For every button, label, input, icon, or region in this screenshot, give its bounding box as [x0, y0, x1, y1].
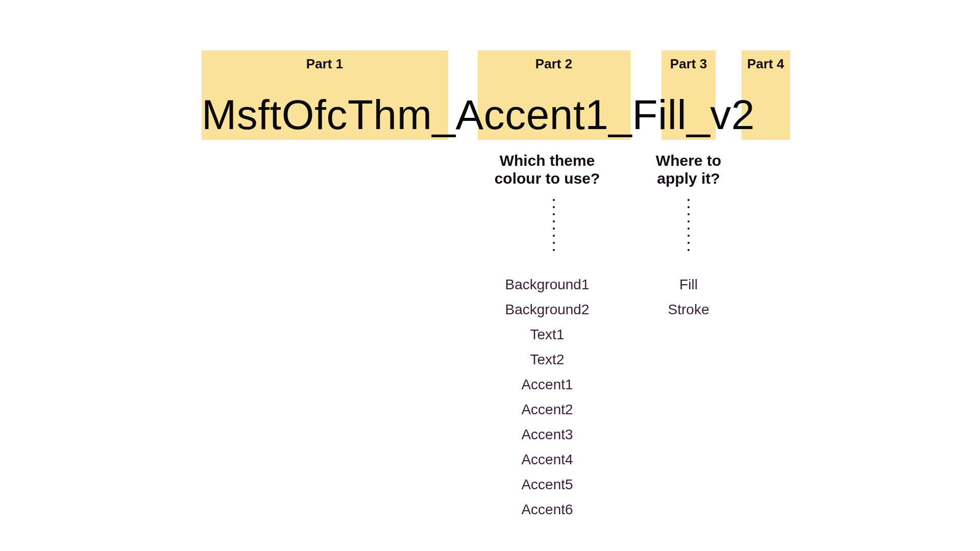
option-item: Accent2: [521, 402, 573, 418]
option-item: Stroke: [668, 302, 709, 318]
label-part-2: Part 2: [523, 56, 584, 72]
diagram-canvas: Part 1 Part 2 Part 3 Part 4 MsftOfcThm_A…: [0, 0, 980, 551]
segment-part-1: MsftOfcThm: [202, 91, 432, 138]
option-item: Accent1: [521, 377, 573, 393]
option-item: Accent3: [521, 427, 573, 443]
option-item: Accent6: [521, 502, 573, 518]
option-item: Text2: [530, 352, 565, 368]
options-part-3: Fill Stroke: [668, 277, 709, 318]
separator-1: _: [432, 91, 455, 138]
options-part-2: Background1 Background2 Text1 Text2 Acce…: [505, 277, 589, 518]
label-part-3: Part 3: [658, 56, 719, 72]
label-part-4: Part 4: [735, 56, 796, 72]
option-item: Background2: [505, 302, 589, 318]
label-part-1: Part 1: [294, 56, 355, 72]
dots-part-3: [688, 199, 690, 251]
question-part-3: Where to apply it?: [656, 152, 721, 187]
separator-2: _: [608, 91, 632, 138]
segment-part-4: v2: [710, 91, 755, 138]
option-item: Accent5: [521, 477, 573, 493]
segment-part-3: Fill: [632, 91, 687, 138]
option-item: Accent4: [521, 452, 573, 468]
segment-part-2: Accent1: [456, 91, 609, 138]
option-item: Background1: [505, 277, 589, 293]
title-string: MsftOfcThm_Accent1_Fill_v2: [202, 91, 755, 139]
option-item: Text1: [530, 327, 565, 343]
question-part-2: Which theme colour to use?: [495, 152, 600, 187]
dots-part-2: [553, 199, 555, 251]
separator-3: _: [687, 91, 710, 138]
option-item: Fill: [679, 277, 698, 293]
